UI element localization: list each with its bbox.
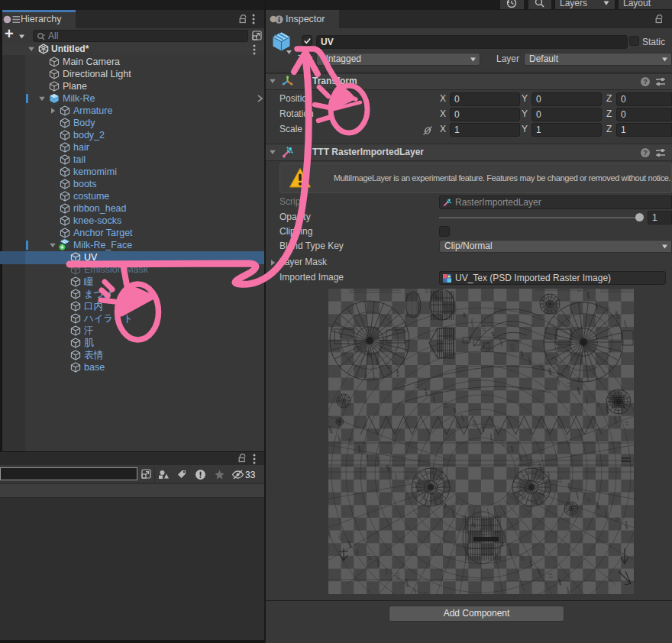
- svg-text:?: ?: [643, 149, 648, 157]
- svg-text:?: ?: [643, 78, 648, 86]
